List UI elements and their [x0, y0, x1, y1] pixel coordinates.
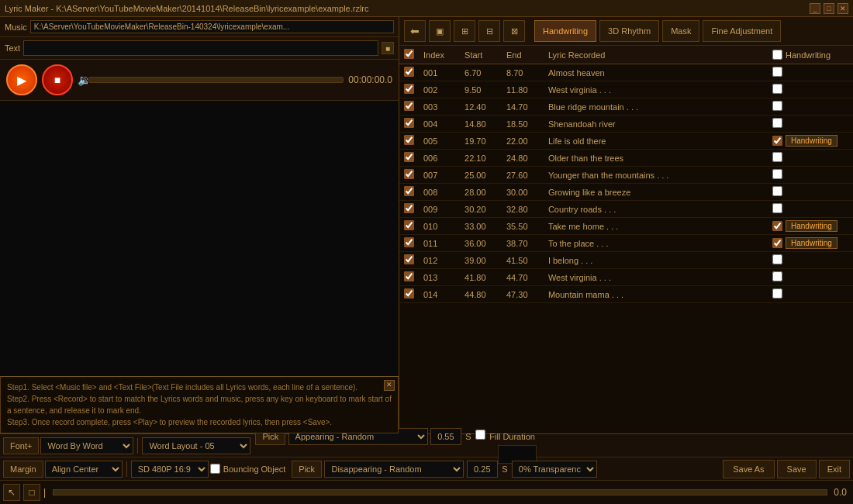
row-handwriting-checkbox[interactable]	[772, 67, 782, 77]
appearing-value-input[interactable]	[430, 428, 461, 445]
row-index: 006	[419, 150, 460, 167]
close-button[interactable]: ✕	[837, 3, 848, 14]
resolution-dropdown[interactable]: SD 480P 16:9	[131, 461, 209, 478]
playback-track[interactable]	[53, 489, 827, 495]
cursor-tool-button[interactable]: ↖	[3, 484, 20, 501]
table-row: 0016.708.70Almost heaven	[399, 64, 853, 81]
row-checkbox[interactable]	[404, 271, 414, 281]
disappearing-dropdown[interactable]: Disappearing - Random	[324, 461, 464, 478]
col-header-end: End	[502, 46, 544, 64]
minimize-button[interactable]: _	[810, 3, 820, 14]
row-end: 30.00	[502, 184, 544, 201]
progress-track[interactable]	[88, 77, 344, 83]
row-checkbox[interactable]	[404, 152, 414, 162]
record-button[interactable]: ▣	[429, 20, 451, 42]
col-header-index: Index	[419, 46, 460, 64]
row-checkbox[interactable]	[404, 220, 414, 230]
sync-button[interactable]: ⊞	[454, 20, 475, 42]
row-checkbox[interactable]	[404, 288, 414, 299]
row-start: 22.10	[460, 150, 502, 167]
row-index: 004	[419, 116, 460, 133]
row-handwriting-checkbox[interactable]	[772, 254, 782, 264]
row-spacer	[755, 98, 768, 116]
save-as-button[interactable]: Save As	[723, 460, 774, 478]
row-handwriting-checkbox[interactable]	[772, 152, 782, 162]
row-index: 013	[419, 269, 460, 286]
row-handwriting-checkbox[interactable]	[772, 238, 782, 248]
row-checkbox[interactable]	[404, 84, 414, 94]
maximize-button[interactable]: □	[824, 3, 834, 14]
word-layout-dropdown[interactable]: Word By Word	[40, 437, 133, 454]
export-button[interactable]: ⊟	[478, 20, 500, 42]
disappearing-value-input[interactable]	[467, 461, 498, 478]
undo-button[interactable]: ⬅	[404, 20, 426, 42]
row-handwriting-checkbox[interactable]	[772, 84, 782, 94]
bottom-area: Font+ Word By Word Word Layout - 05 Pick…	[0, 433, 853, 504]
stop-button[interactable]: ■	[42, 64, 73, 95]
row-handwriting-cell	[768, 98, 853, 113]
row-start: 39.00	[460, 252, 502, 269]
row-lyric: Growing like a breeze	[544, 184, 755, 201]
margin-button[interactable]: Margin	[3, 461, 43, 478]
row-spacer	[755, 116, 768, 133]
steps-close-button[interactable]: ✕	[384, 380, 395, 391]
music-path-input[interactable]	[30, 20, 394, 33]
main-container: Music Text ■ ▶ ■ 🔉 00:00:00.0	[0, 17, 853, 504]
row-handwriting-checkbox[interactable]	[772, 101, 782, 111]
font-button[interactable]: Font+	[3, 437, 39, 454]
row-end: 22.00	[502, 133, 544, 150]
text-input[interactable]	[23, 40, 378, 56]
table-row: 01239.0041.50I belong . . .	[399, 252, 853, 269]
row-handwriting-checkbox[interactable]	[772, 221, 782, 231]
row-handwriting-checkbox[interactable]	[772, 271, 782, 281]
row-checkbox[interactable]	[404, 101, 414, 111]
table-row: 00725.0027.60Younger than the mountains …	[399, 167, 853, 184]
row-handwriting-checkbox[interactable]	[772, 118, 782, 128]
row-checkbox[interactable]	[404, 135, 414, 145]
row-checkbox[interactable]	[404, 67, 414, 77]
row-spacer	[755, 81, 768, 98]
3d-rhythm-mode-button[interactable]: 3D Rhythm	[599, 20, 659, 42]
play-button[interactable]: ▶	[6, 64, 37, 95]
fill-duration-checkbox[interactable]	[475, 430, 485, 440]
row-checkbox[interactable]	[404, 118, 414, 128]
row-checkbox[interactable]	[404, 254, 414, 264]
save-button[interactable]: Save	[777, 460, 817, 478]
handwriting-mode-button[interactable]: Handwriting	[534, 20, 596, 42]
row-start: 12.40	[460, 98, 502, 116]
row-handwriting-checkbox[interactable]	[772, 136, 782, 146]
row-checkbox[interactable]	[404, 169, 414, 179]
row-checkbox[interactable]	[404, 203, 414, 213]
row-checkbox-cell	[399, 269, 419, 286]
handwriting-badge: Handwriting	[786, 237, 837, 249]
row-end: 47.30	[502, 286, 544, 303]
row-end: 11.80	[502, 81, 544, 98]
check-all-checkbox[interactable]	[404, 49, 414, 59]
row-handwriting-checkbox[interactable]	[772, 186, 782, 196]
row-handwriting-checkbox[interactable]	[772, 169, 782, 179]
pick2-button[interactable]: Pick	[292, 461, 322, 478]
row-end: 38.70	[502, 235, 544, 252]
mask-mode-button[interactable]: Mask	[662, 20, 699, 42]
fine-adjustment-mode-button[interactable]: Fine Adjustment	[703, 20, 781, 42]
row-index: 009	[419, 201, 460, 218]
import-button[interactable]: ⊠	[503, 20, 525, 42]
text-close-button[interactable]: ■	[382, 42, 394, 54]
exit-button[interactable]: Exit	[819, 460, 850, 478]
row-handwriting-checkbox[interactable]	[772, 203, 782, 213]
bouncing-checkbox[interactable]	[210, 464, 220, 474]
region-tool-button[interactable]: □	[23, 484, 40, 501]
row-handwriting-checkbox[interactable]	[772, 288, 782, 299]
word-layout-05-dropdown[interactable]: Word Layout - 05	[142, 437, 250, 454]
row-checkbox[interactable]	[404, 237, 414, 247]
row-checkbox[interactable]	[404, 186, 414, 196]
action-buttons: Save As Save Exit	[723, 460, 850, 478]
transparency-dropdown[interactable]: 0% Transparency	[512, 461, 597, 478]
handwriting-all-checkbox[interactable]	[772, 50, 782, 60]
row-spacer	[755, 184, 768, 201]
align-dropdown[interactable]: Align Center	[45, 461, 123, 478]
table-row: 0029.5011.80West virginia . . .	[399, 81, 853, 98]
row-spacer	[755, 150, 768, 167]
row-end: 41.50	[502, 252, 544, 269]
music-row: Music	[0, 17, 399, 37]
